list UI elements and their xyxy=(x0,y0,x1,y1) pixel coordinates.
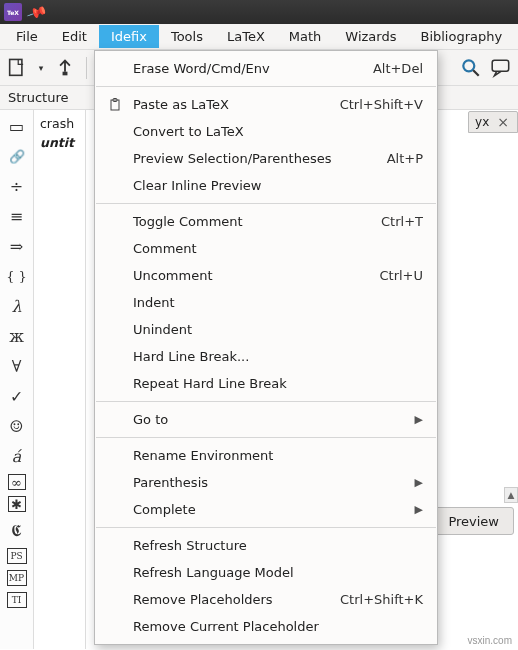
blank-icon xyxy=(107,214,123,230)
blank-icon xyxy=(107,295,123,311)
blank-icon xyxy=(107,124,123,140)
menu-edit[interactable]: Edit xyxy=(50,25,99,48)
menu-item-remove-current-ph[interactable]: Remove Current Placeholder xyxy=(95,613,437,640)
arrow-icon[interactable]: ⇒ xyxy=(4,234,30,258)
search-icon[interactable] xyxy=(460,57,482,79)
chat-icon[interactable] xyxy=(490,57,512,79)
blank-icon xyxy=(107,322,123,338)
svg-rect-4 xyxy=(492,60,509,71)
menu-file[interactable]: File xyxy=(4,25,50,48)
menu-item-hard-break[interactable]: Hard Line Break... xyxy=(95,343,437,370)
check-icon[interactable]: ✓ xyxy=(4,384,30,408)
menu-item-label: Toggle Comment xyxy=(133,214,371,229)
open-icon[interactable] xyxy=(54,57,76,79)
menu-item-remove-placeholders[interactable]: Remove PlaceholdersCtrl+Shift+K xyxy=(95,586,437,613)
menu-mac[interactable]: Mac xyxy=(514,25,518,48)
blank-icon xyxy=(107,475,123,491)
ti-icon[interactable]: TI xyxy=(7,592,27,608)
menu-item-label: Comment xyxy=(133,241,423,256)
menu-item-uncomment[interactable]: UncommentCtrl+U xyxy=(95,262,437,289)
menu-item-label: Remove Current Placeholder xyxy=(133,619,423,634)
lambda-icon[interactable]: λ xyxy=(4,294,30,318)
braces-icon[interactable]: { } xyxy=(4,264,30,288)
menu-item-repeat-break[interactable]: Repeat Hard Line Break xyxy=(95,370,437,397)
structure-title: Structure xyxy=(8,86,68,109)
menubar: File Edit Idefix Tools LaTeX Math Wizard… xyxy=(0,24,518,50)
menu-item-clear-inline[interactable]: Clear Inline Preview xyxy=(95,172,437,199)
editor-tab[interactable]: yx × xyxy=(468,111,518,133)
menu-item-parenthesis[interactable]: Parenthesis▶ xyxy=(95,469,437,496)
a-hat-icon[interactable]: á xyxy=(4,444,30,468)
blank-icon xyxy=(107,268,123,284)
menu-item-rename-env[interactable]: Rename Environment xyxy=(95,442,437,469)
divide-icon[interactable]: ÷ xyxy=(4,174,30,198)
menu-item-erase-word[interactable]: Erase Word/Cmd/EnvAlt+Del xyxy=(95,55,437,82)
menu-item-comment[interactable]: Comment xyxy=(95,235,437,262)
menu-item-refresh-lang[interactable]: Refresh Language Model xyxy=(95,559,437,586)
menu-math[interactable]: Math xyxy=(277,25,334,48)
menu-item-label: Go to xyxy=(133,412,405,427)
blank-icon xyxy=(107,538,123,554)
smile-icon[interactable]: ☺ xyxy=(4,414,30,438)
menu-item-unindent[interactable]: Unindent xyxy=(95,316,437,343)
menu-separator xyxy=(96,401,436,402)
menu-item-label: Convert to LaTeX xyxy=(133,124,423,139)
script-c-icon[interactable]: 𝕮 xyxy=(4,518,30,542)
svg-rect-1 xyxy=(63,71,68,75)
blank-icon xyxy=(107,178,123,194)
submenu-arrow-icon: ▶ xyxy=(415,476,423,489)
menu-item-paste-latex[interactable]: Paste as LaTeXCtrl+Shift+V xyxy=(95,91,437,118)
structure-tree[interactable]: crash untit xyxy=(34,110,86,649)
app-icon: TeX xyxy=(4,3,22,21)
menu-tools[interactable]: Tools xyxy=(159,25,215,48)
menu-item-label: Erase Word/Cmd/Env xyxy=(133,61,363,76)
menu-item-go-to[interactable]: Go to▶ xyxy=(95,406,437,433)
ps-icon[interactable]: PS xyxy=(7,548,27,564)
svg-line-3 xyxy=(473,70,479,76)
menu-shortcut: Alt+P xyxy=(387,151,423,166)
dropdown-caret-icon[interactable]: ▾ xyxy=(36,57,46,79)
tree-item[interactable]: untit xyxy=(40,133,85,152)
menu-item-label: Rename Environment xyxy=(133,448,423,463)
toolbar-separator xyxy=(86,57,87,79)
submenu-arrow-icon: ▶ xyxy=(415,503,423,516)
blank-icon xyxy=(107,448,123,464)
zhe-icon[interactable]: ж xyxy=(4,324,30,348)
menu-item-convert-latex[interactable]: Convert to LaTeX xyxy=(95,118,437,145)
new-doc-icon[interactable] xyxy=(6,57,28,79)
infinity-box-icon[interactable]: ∞ xyxy=(8,474,26,490)
submenu-arrow-icon: ▶ xyxy=(415,413,423,426)
menu-shortcut: Ctrl+T xyxy=(381,214,423,229)
blank-icon xyxy=(107,565,123,581)
blank-icon xyxy=(107,376,123,392)
mp-icon[interactable]: MP xyxy=(7,570,27,586)
label-icon[interactable]: ▭ xyxy=(4,114,30,138)
menu-bibliography[interactable]: Bibliography xyxy=(408,25,514,48)
menu-item-label: Uncomment xyxy=(133,268,369,283)
menu-item-label: Unindent xyxy=(133,322,423,337)
menu-shortcut: Alt+Del xyxy=(373,61,423,76)
menu-idefix[interactable]: Idefix xyxy=(99,25,159,48)
tab-label: yx xyxy=(475,115,489,129)
menu-item-preview-sel[interactable]: Preview Selection/ParenthesesAlt+P xyxy=(95,145,437,172)
forall-icon[interactable]: ∀ xyxy=(4,354,30,378)
menu-item-toggle-comment[interactable]: Toggle CommentCtrl+T xyxy=(95,208,437,235)
menu-item-complete[interactable]: Complete▶ xyxy=(95,496,437,523)
menu-item-label: Paste as LaTeX xyxy=(133,97,330,112)
menu-wizards[interactable]: Wizards xyxy=(333,25,408,48)
pin-icon[interactable]: 📌 xyxy=(25,1,47,23)
menu-item-refresh-structure[interactable]: Refresh Structure xyxy=(95,532,437,559)
asterisk-box-icon[interactable]: ✱ xyxy=(8,496,26,512)
equals-icon[interactable]: ≡ xyxy=(4,204,30,228)
preview-button[interactable]: Preview xyxy=(433,507,514,535)
link-icon[interactable]: 🔗 xyxy=(4,144,30,168)
menu-item-label: Hard Line Break... xyxy=(133,349,423,364)
menu-shortcut: Ctrl+Shift+V xyxy=(340,97,423,112)
watermark: vsxin.com xyxy=(468,635,512,646)
tree-item[interactable]: crash xyxy=(40,114,85,133)
close-icon[interactable]: × xyxy=(495,114,511,130)
menu-separator xyxy=(96,437,436,438)
menu-item-indent[interactable]: Indent xyxy=(95,289,437,316)
scrollbar-up-icon[interactable]: ▲ xyxy=(504,487,518,503)
menu-latex[interactable]: LaTeX xyxy=(215,25,277,48)
